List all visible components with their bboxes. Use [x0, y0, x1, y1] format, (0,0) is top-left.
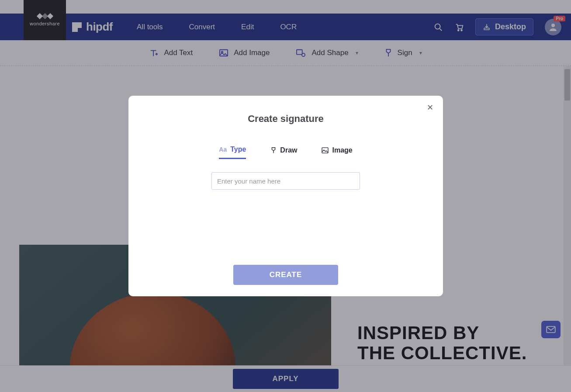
signature-name-input[interactable]: [211, 172, 360, 190]
pen-icon: [270, 147, 277, 154]
modal-title: Create signature: [248, 113, 324, 125]
tab-draw-label: Draw: [280, 146, 297, 154]
close-icon[interactable]: ✕: [426, 103, 434, 112]
tab-image-label: Image: [332, 146, 352, 154]
svg-rect-13: [322, 147, 328, 153]
tab-type-label: Type: [230, 146, 246, 153]
tab-image[interactable]: Image: [322, 146, 352, 159]
create-signature-modal: ✕ Create signature Aa Type Draw Image CR…: [128, 96, 443, 296]
tab-draw[interactable]: Draw: [270, 146, 297, 159]
picture-icon: [322, 147, 329, 153]
type-prefix-icon: Aa: [219, 146, 227, 153]
create-button[interactable]: CREATE: [233, 265, 338, 285]
tab-type[interactable]: Aa Type: [219, 146, 246, 159]
